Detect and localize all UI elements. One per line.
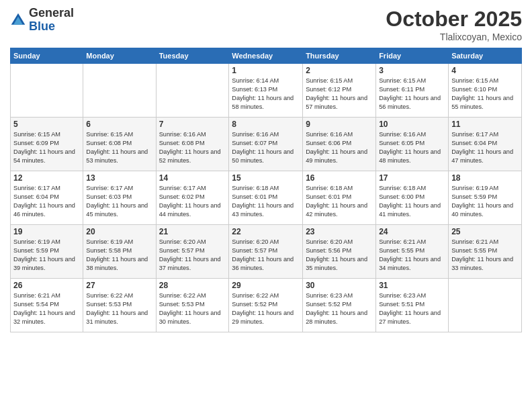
day-number: 16 [306, 173, 373, 183]
day-cell-5-2: 27Sunrise: 6:22 AM Sunset: 5:53 PM Dayli… [83, 279, 156, 332]
week-row-2: 5Sunrise: 6:15 AM Sunset: 6:09 PM Daylig… [11, 118, 522, 171]
day-info: Sunrise: 6:22 AM Sunset: 5:53 PM Dayligh… [159, 291, 226, 326]
day-cell-5-6: 31Sunrise: 6:23 AM Sunset: 5:51 PM Dayli… [376, 279, 449, 332]
day-number: 31 [379, 281, 445, 290]
day-cell-2-2: 6Sunrise: 6:15 AM Sunset: 6:08 PM Daylig… [83, 118, 156, 171]
col-thursday: Thursday [303, 48, 376, 64]
title-block: October 2025 Tlalixcoyan, Mexico [386, 7, 522, 42]
day-cell-3-7: 18Sunrise: 6:19 AM Sunset: 5:59 PM Dayli… [449, 171, 522, 225]
day-cell-2-5: 9Sunrise: 6:16 AM Sunset: 6:06 PM Daylig… [303, 118, 376, 171]
day-cell-3-3: 14Sunrise: 6:17 AM Sunset: 6:02 PM Dayli… [156, 171, 229, 225]
day-number: 1 [232, 66, 300, 75]
day-cell-4-2: 20Sunrise: 6:19 AM Sunset: 5:58 PM Dayli… [83, 225, 156, 279]
calendar-body: 1Sunrise: 6:14 AM Sunset: 6:13 PM Daylig… [11, 64, 522, 332]
calendar-header: Sunday Monday Tuesday Wednesday Thursday… [11, 48, 522, 64]
col-friday: Friday [376, 48, 449, 64]
day-cell-4-1: 19Sunrise: 6:19 AM Sunset: 5:59 PM Dayli… [11, 225, 83, 279]
day-number: 18 [451, 173, 519, 183]
logo-general: General [29, 6, 74, 19]
day-info: Sunrise: 6:17 AM Sunset: 6:04 PM Dayligh… [451, 130, 519, 165]
day-number: 12 [13, 173, 80, 183]
day-number: 11 [451, 120, 519, 129]
day-info: Sunrise: 6:20 AM Sunset: 5:56 PM Dayligh… [306, 238, 373, 273]
day-number: 22 [232, 227, 300, 236]
day-cell-3-6: 17Sunrise: 6:18 AM Sunset: 6:00 PM Dayli… [376, 171, 449, 225]
col-wednesday: Wednesday [229, 48, 303, 64]
day-cell-1-1 [11, 64, 83, 118]
day-number: 21 [159, 227, 226, 236]
day-cell-4-5: 23Sunrise: 6:20 AM Sunset: 5:56 PM Dayli… [303, 225, 376, 279]
day-number: 13 [86, 173, 152, 183]
day-info: Sunrise: 6:17 AM Sunset: 6:02 PM Dayligh… [159, 184, 226, 219]
day-cell-3-4: 15Sunrise: 6:18 AM Sunset: 6:01 PM Dayli… [229, 171, 303, 225]
day-number: 26 [13, 281, 80, 290]
day-cell-2-1: 5Sunrise: 6:15 AM Sunset: 6:09 PM Daylig… [11, 118, 83, 171]
day-cell-5-5: 30Sunrise: 6:23 AM Sunset: 5:52 PM Dayli… [303, 279, 376, 332]
day-info: Sunrise: 6:21 AM Sunset: 5:55 PM Dayligh… [379, 238, 445, 273]
day-info: Sunrise: 6:21 AM Sunset: 5:55 PM Dayligh… [451, 238, 519, 273]
day-info: Sunrise: 6:20 AM Sunset: 5:57 PM Dayligh… [232, 238, 300, 273]
day-number: 6 [86, 120, 152, 129]
day-info: Sunrise: 6:19 AM Sunset: 5:59 PM Dayligh… [451, 184, 519, 219]
day-number: 17 [379, 173, 445, 183]
col-tuesday: Tuesday [156, 48, 229, 64]
month-title: October 2025 [386, 7, 522, 32]
day-info: Sunrise: 6:15 AM Sunset: 6:09 PM Dayligh… [13, 130, 80, 165]
week-row-4: 19Sunrise: 6:19 AM Sunset: 5:59 PM Dayli… [11, 225, 522, 279]
day-cell-4-6: 24Sunrise: 6:21 AM Sunset: 5:55 PM Dayli… [376, 225, 449, 279]
day-cell-5-1: 26Sunrise: 6:21 AM Sunset: 5:54 PM Dayli… [11, 279, 83, 332]
day-number: 27 [86, 281, 152, 290]
day-info: Sunrise: 6:19 AM Sunset: 5:59 PM Dayligh… [13, 238, 80, 273]
day-number: 29 [232, 281, 300, 290]
day-info: Sunrise: 6:18 AM Sunset: 6:01 PM Dayligh… [232, 184, 300, 219]
day-number: 7 [159, 120, 226, 129]
col-sunday: Sunday [11, 48, 83, 64]
weekday-row: Sunday Monday Tuesday Wednesday Thursday… [11, 48, 522, 64]
day-number: 15 [232, 173, 300, 183]
day-cell-2-3: 7Sunrise: 6:16 AM Sunset: 6:08 PM Daylig… [156, 118, 229, 171]
day-number: 24 [379, 227, 445, 236]
logo-blue: Blue [29, 19, 55, 33]
day-cell-5-3: 28Sunrise: 6:22 AM Sunset: 5:53 PM Dayli… [156, 279, 229, 332]
day-cell-4-7: 25Sunrise: 6:21 AM Sunset: 5:55 PM Dayli… [449, 225, 522, 279]
calendar: Sunday Monday Tuesday Wednesday Thursday… [10, 48, 522, 332]
location: Tlalixcoyan, Mexico [386, 32, 522, 42]
day-cell-3-1: 12Sunrise: 6:17 AM Sunset: 6:04 PM Dayli… [11, 171, 83, 225]
day-number: 9 [306, 120, 373, 129]
week-row-1: 1Sunrise: 6:14 AM Sunset: 6:13 PM Daylig… [11, 64, 522, 118]
day-number: 4 [451, 66, 519, 75]
week-row-3: 12Sunrise: 6:17 AM Sunset: 6:04 PM Dayli… [11, 171, 522, 225]
day-info: Sunrise: 6:16 AM Sunset: 6:07 PM Dayligh… [232, 130, 300, 165]
logo-icon [10, 12, 26, 28]
day-cell-1-6: 3Sunrise: 6:15 AM Sunset: 6:11 PM Daylig… [376, 64, 449, 118]
week-row-5: 26Sunrise: 6:21 AM Sunset: 5:54 PM Dayli… [11, 279, 522, 332]
day-number: 20 [86, 227, 152, 236]
day-number: 19 [13, 227, 80, 236]
col-saturday: Saturday [449, 48, 522, 64]
day-number: 5 [13, 120, 80, 129]
day-info: Sunrise: 6:22 AM Sunset: 5:52 PM Dayligh… [232, 291, 300, 326]
day-cell-3-2: 13Sunrise: 6:17 AM Sunset: 6:03 PM Dayli… [83, 171, 156, 225]
day-number: 3 [379, 66, 445, 75]
logo: General Blue [10, 7, 74, 34]
day-info: Sunrise: 6:14 AM Sunset: 6:13 PM Dayligh… [232, 77, 300, 111]
day-cell-5-4: 29Sunrise: 6:22 AM Sunset: 5:52 PM Dayli… [229, 279, 303, 332]
day-info: Sunrise: 6:21 AM Sunset: 5:54 PM Dayligh… [13, 291, 80, 326]
header: General Blue October 2025 Tlalixcoyan, M… [10, 7, 522, 42]
day-number: 8 [232, 120, 300, 129]
day-info: Sunrise: 6:17 AM Sunset: 6:04 PM Dayligh… [13, 184, 80, 219]
day-cell-4-4: 22Sunrise: 6:20 AM Sunset: 5:57 PM Dayli… [229, 225, 303, 279]
day-cell-1-3 [156, 64, 229, 118]
day-info: Sunrise: 6:23 AM Sunset: 5:51 PM Dayligh… [379, 291, 445, 326]
day-number: 28 [159, 281, 226, 290]
day-number: 10 [379, 120, 445, 129]
page: General Blue October 2025 Tlalixcoyan, M… [0, 0, 532, 411]
day-info: Sunrise: 6:17 AM Sunset: 6:03 PM Dayligh… [86, 184, 152, 219]
day-cell-1-2 [83, 64, 156, 118]
col-monday: Monday [83, 48, 156, 64]
day-cell-1-5: 2Sunrise: 6:15 AM Sunset: 6:12 PM Daylig… [303, 64, 376, 118]
day-cell-3-5: 16Sunrise: 6:18 AM Sunset: 6:01 PM Dayli… [303, 171, 376, 225]
day-info: Sunrise: 6:16 AM Sunset: 6:05 PM Dayligh… [379, 130, 445, 165]
day-cell-4-3: 21Sunrise: 6:20 AM Sunset: 5:57 PM Dayli… [156, 225, 229, 279]
day-cell-2-6: 10Sunrise: 6:16 AM Sunset: 6:05 PM Dayli… [376, 118, 449, 171]
